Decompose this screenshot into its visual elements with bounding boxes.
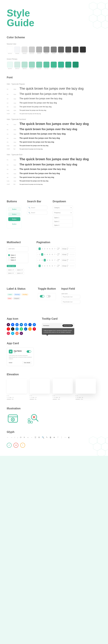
svg-rect-3: [28, 421, 30, 423]
page-number[interactable]: 4: [46, 248, 48, 250]
toggle-on[interactable]: [40, 295, 44, 298]
per-page-select[interactable]: 10/page: [61, 248, 66, 250]
page-number[interactable]: 2: [41, 259, 43, 261]
app-icon[interactable]: T: [15, 327, 19, 330]
app-icon[interactable]: C: [20, 332, 23, 335]
page-number[interactable]: 7: [54, 253, 56, 256]
prev-icon[interactable]: ‹: [38, 265, 38, 267]
page-number[interactable]: 7: [54, 265, 56, 267]
prev-icon[interactable]: ‹: [38, 260, 38, 261]
app-icon[interactable]: S: [7, 323, 10, 326]
dropdown-frequency[interactable]: Frequency▾: [53, 211, 73, 215]
app-icon[interactable]: N: [11, 327, 14, 330]
toggle-off[interactable]: [46, 295, 51, 298]
dropdown-option[interactable]: Option 2: [53, 220, 73, 224]
page-number[interactable]: 3: [44, 265, 46, 267]
page-number[interactable]: 1: [39, 265, 41, 267]
search-input-1[interactable]: 🔍Search: [27, 206, 47, 210]
next-icon[interactable]: ›: [56, 254, 57, 255]
page-number[interactable]: 7: [54, 259, 56, 261]
per-page-select[interactable]: 10/page: [61, 259, 66, 261]
checkbox[interactable]: [8, 254, 10, 256]
app-icon[interactable]: J: [28, 323, 32, 326]
goto-input[interactable]: [70, 266, 74, 266]
page-number[interactable]: 2: [41, 248, 43, 250]
goto-input[interactable]: [70, 260, 74, 260]
app-icon[interactable]: W: [20, 327, 23, 330]
app-card-toggle[interactable]: [27, 350, 31, 353]
page-number[interactable]: 2: [41, 265, 43, 267]
multiselect-closed[interactable]: Label name: [7, 246, 28, 252]
page-number[interactable]: 3: [44, 253, 46, 256]
app-icon[interactable]: G: [15, 323, 19, 326]
type-sample: The quick brown fox jumps over the lazy …: [19, 102, 57, 104]
text-input-2[interactable]: Placeholder text: [61, 300, 80, 304]
page-number[interactable]: 1: [39, 248, 41, 250]
app-icon[interactable]: F: [33, 323, 36, 326]
add-permission-button[interactable]: Add permission: [62, 324, 73, 327]
app-icon[interactable]: H: [15, 332, 19, 335]
prev-icon[interactable]: ‹: [38, 254, 38, 255]
page-number[interactable]: 6: [51, 259, 53, 261]
goto-input[interactable]: [70, 254, 74, 255]
next-icon[interactable]: ›: [56, 260, 57, 261]
search-input-2[interactable]: 🔍Search: [27, 211, 47, 215]
app-icon[interactable]: P: [33, 327, 36, 330]
app-icon[interactable]: I: [7, 332, 10, 335]
app-icon[interactable]: M: [20, 323, 23, 326]
type-sample: The quick brown fox jumps over the lazy …: [19, 184, 43, 185]
dropdown-option[interactable]: Option 3: [53, 224, 73, 227]
per-page-select[interactable]: 10/page: [61, 253, 66, 256]
page-number[interactable]: 1: [39, 259, 41, 261]
button-ghost[interactable]: Button: [8, 207, 20, 211]
multiselect-option[interactable]: Option 2: [8, 257, 27, 258]
color-swatch: [7, 62, 13, 68]
tag[interactable]: Option 1 ✕: [7, 269, 15, 271]
per-page-select[interactable]: 10/page: [61, 265, 66, 267]
page-number[interactable]: 5: [49, 248, 51, 250]
page-number[interactable]: 6: [51, 248, 53, 250]
page-number[interactable]: 4: [46, 253, 48, 256]
elevation-card: [53, 379, 73, 394]
button-text[interactable]: Button: [8, 222, 20, 226]
next-icon[interactable]: ›: [56, 248, 57, 250]
app-icon[interactable]: D: [11, 323, 14, 326]
app-icon[interactable]: V: [11, 332, 14, 335]
tag[interactable]: Option 4 ✕: [16, 272, 24, 274]
page-number[interactable]: 7: [54, 248, 56, 250]
view-details-button[interactable]: View details: [22, 361, 32, 364]
page-number[interactable]: 5: [49, 265, 51, 267]
dropdown-option[interactable]: Option 1: [53, 216, 73, 220]
color-swatch: [29, 62, 35, 68]
app-icon[interactable]: A: [28, 327, 32, 330]
next-icon[interactable]: ›: [56, 265, 57, 267]
text-input[interactable]: Placeholder text: [61, 295, 80, 299]
page-number[interactable]: 4: [46, 259, 48, 261]
page-number[interactable]: 6: [51, 265, 53, 267]
app-icon[interactable]: Z: [24, 323, 27, 326]
multiselect-option[interactable]: Option 3: [8, 259, 27, 261]
button-light[interactable]: Button: [8, 212, 20, 216]
page-number[interactable]: 3: [44, 259, 46, 261]
app-icon[interactable]: L: [24, 327, 27, 330]
multiselect-open[interactable]: Option 1Option 2Option 3: [7, 253, 28, 263]
page-number[interactable]: 6: [51, 253, 53, 256]
prev-icon[interactable]: ‹: [38, 248, 38, 250]
goto-input[interactable]: [70, 248, 74, 249]
checkbox[interactable]: [8, 257, 10, 258]
tag[interactable]: Option 3 ✕: [7, 272, 15, 274]
swatch-label: #444444: [74, 53, 77, 54]
multiselect-option[interactable]: Option 1: [8, 254, 27, 256]
button-primary[interactable]: Button: [8, 217, 20, 221]
checkbox[interactable]: [8, 259, 10, 261]
selected-tag[interactable]: Option name: [7, 265, 16, 267]
app-icon[interactable]: Y: [7, 327, 10, 330]
page-number[interactable]: 5: [49, 259, 51, 261]
page-number[interactable]: 3: [44, 248, 46, 250]
dropdown-category[interactable]: Category▾: [53, 206, 73, 210]
tag[interactable]: Option 2 ✕: [16, 269, 24, 271]
page-number[interactable]: 1: [39, 253, 41, 256]
page-number[interactable]: 5: [49, 253, 51, 256]
page-number[interactable]: 4: [46, 265, 48, 267]
page-number[interactable]: 2: [41, 253, 43, 256]
